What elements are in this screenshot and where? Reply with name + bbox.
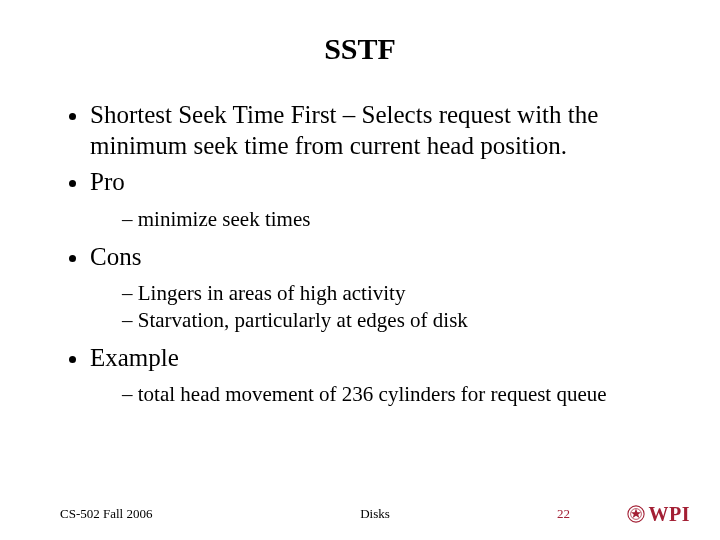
slide: SSTF Shortest Seek Time First – Selects …	[0, 0, 720, 540]
bullet-item: Cons Lingers in areas of high activity S…	[90, 242, 660, 333]
bullet-item: Pro minimize seek times	[90, 167, 660, 232]
sub-item: total head movement of 236 cylinders for…	[122, 381, 660, 407]
wpi-logo-text: WPI	[649, 503, 691, 526]
footer-topic: Disks	[360, 506, 390, 522]
sub-list: Lingers in areas of high activity Starva…	[90, 280, 660, 333]
bullet-text: Example	[90, 344, 179, 371]
footer: CS-502 Fall 2006 Disks 22 WPI	[60, 506, 690, 522]
wpi-seal-icon	[627, 505, 645, 523]
footer-course: CS-502 Fall 2006	[60, 506, 152, 522]
footer-page-number: 22	[557, 506, 570, 522]
bullet-item: Shortest Seek Time First – Selects reque…	[90, 100, 660, 161]
footer-logo: WPI	[627, 503, 691, 526]
sub-item: Lingers in areas of high activity	[122, 280, 660, 306]
sub-item: Starvation, particularly at edges of dis…	[122, 307, 660, 333]
bullet-text: Pro	[90, 168, 125, 195]
sub-list: total head movement of 236 cylinders for…	[90, 381, 660, 407]
sub-list: minimize seek times	[90, 206, 660, 232]
page-title: SSTF	[60, 32, 660, 66]
bullet-text: Cons	[90, 243, 141, 270]
sub-item: minimize seek times	[122, 206, 660, 232]
bullet-item: Example total head movement of 236 cylin…	[90, 343, 660, 408]
bullet-list: Shortest Seek Time First – Selects reque…	[60, 100, 660, 408]
